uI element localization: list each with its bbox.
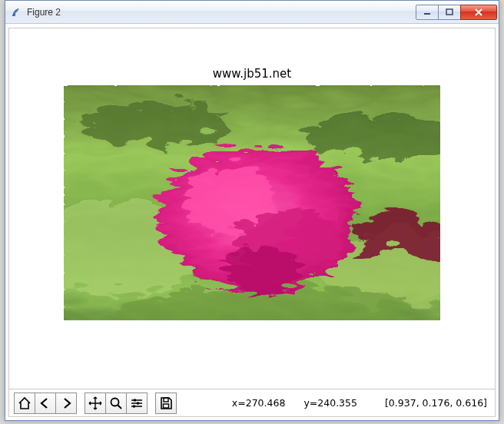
status-x: x=270.468 (232, 397, 286, 409)
svg-rect-0 (424, 13, 430, 15)
toolbar-group-view (85, 393, 148, 414)
toolbar-group-nav (14, 393, 77, 414)
configure-subplots-button[interactable] (126, 393, 148, 414)
title-bar[interactable]: Figure 2 (5, 1, 499, 24)
svg-point-11 (217, 239, 294, 285)
toolbar-group-io (155, 393, 177, 414)
plot-title: www.jb51.net (213, 67, 291, 81)
zoom-button[interactable] (105, 393, 127, 414)
status-x-label: x= (232, 397, 246, 409)
status-y-value: 240.355 (317, 397, 357, 409)
svg-rect-15 (133, 405, 135, 407)
status-y-label: y= (303, 397, 317, 409)
svg-rect-14 (137, 402, 139, 404)
status-y: y=240.355 (303, 397, 357, 409)
app-window: Figure 2 www.jb51.net (5, 0, 499, 421)
save-button[interactable] (155, 393, 177, 414)
minimize-button[interactable] (416, 5, 439, 20)
close-button[interactable] (460, 5, 497, 20)
pan-button[interactable] (85, 393, 106, 414)
status-rgb: [0.937, 0.176, 0.616] (385, 397, 487, 409)
figure-content: www.jb51.net (8, 28, 496, 417)
tk-feather-icon (10, 6, 22, 18)
figure-image (64, 85, 440, 320)
back-button[interactable] (35, 393, 56, 414)
svg-rect-1 (446, 9, 453, 15)
status-x-value: 270.468 (246, 397, 286, 409)
window-title: Figure 2 (27, 7, 416, 18)
matplotlib-toolbar: x=270.468 y=240.355 [0.937, 0.176, 0.616… (9, 389, 495, 416)
maximize-button[interactable] (438, 5, 461, 20)
svg-rect-13 (134, 399, 136, 401)
svg-point-3 (79, 94, 217, 137)
svg-rect-17 (164, 404, 169, 408)
window-controls (416, 5, 497, 20)
plot-area[interactable]: www.jb51.net (9, 28, 495, 389)
svg-point-12 (111, 398, 119, 406)
home-button[interactable] (14, 393, 35, 414)
forward-button[interactable] (55, 393, 77, 414)
